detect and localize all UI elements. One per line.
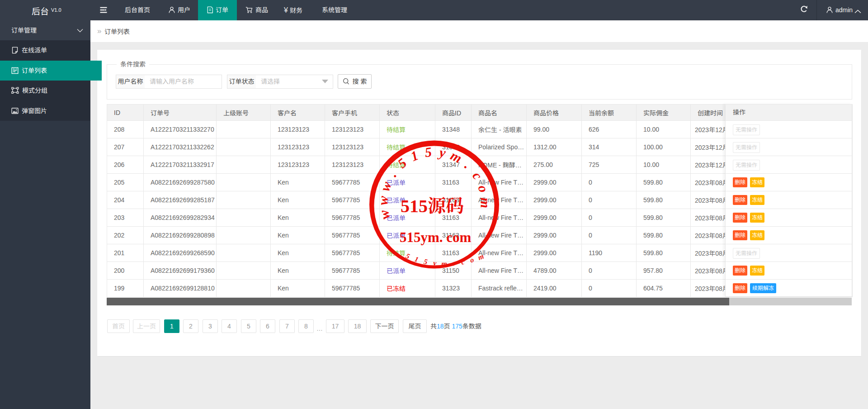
svg-text:1: 1	[408, 147, 420, 164]
svg-text:5: 5	[424, 144, 433, 160]
svg-text:.: .	[453, 259, 455, 267]
svg-text:1: 1	[414, 255, 420, 264]
svg-text:c: c	[470, 169, 486, 182]
svg-text:515ym. com: 515ym. com	[400, 229, 472, 245]
svg-text:o: o	[469, 256, 475, 264]
svg-text:w: w	[376, 208, 392, 221]
svg-text:o: o	[476, 183, 492, 194]
svg-text:5: 5	[405, 252, 411, 261]
svg-text:m: m	[477, 252, 485, 262]
svg-text:515源码: 515源码	[401, 196, 464, 216]
svg-text:w: w	[377, 179, 394, 193]
svg-text:5: 5	[423, 257, 428, 266]
svg-text:.: .	[385, 168, 399, 179]
svg-text:y: y	[437, 144, 447, 160]
svg-text:m: m	[441, 260, 447, 267]
svg-text:5: 5	[395, 155, 409, 171]
svg-text:m: m	[478, 198, 493, 208]
svg-text:w: w	[375, 195, 391, 205]
svg-text:.: .	[462, 158, 475, 171]
